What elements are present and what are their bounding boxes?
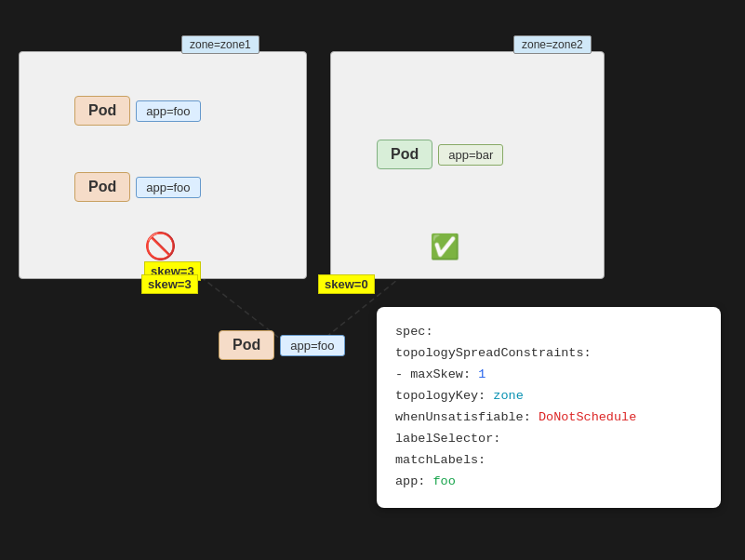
- zone1-skew-label: skew=3: [141, 274, 198, 294]
- code-line6: labelSelector:: [395, 429, 702, 450]
- code-box: spec: topologySpreadConstraints: - maxSk…: [377, 307, 721, 508]
- zone2-pod1-tag: app=bar: [438, 144, 503, 166]
- code-line8: app: foo: [395, 472, 702, 493]
- zone1-pod1: Pod app=foo: [74, 96, 201, 126]
- zone2-pod1-box: Pod: [377, 140, 432, 169]
- code-line5: whenUnsatisfiable: DoNotSchedule: [395, 407, 702, 429]
- code-line7: matchLabels:: [395, 450, 702, 472]
- new-pod-box: Pod: [219, 330, 274, 360]
- no-symbol: 🚫: [144, 231, 177, 261]
- code-line4: topologyKey: zone: [395, 386, 702, 407]
- code-line2: topologySpreadConstraints:: [395, 343, 702, 365]
- zone1-pod1-tag: app=foo: [136, 100, 200, 122]
- zone2-label: zone=zone2: [513, 35, 592, 54]
- zone1-pod1-box: Pod: [74, 96, 130, 126]
- zone1-pod2-tag: app=foo: [136, 177, 200, 198]
- new-pod-tag: app=foo: [280, 335, 344, 356]
- zone1-label: zone=zone1: [181, 35, 259, 54]
- zone2-skew: skew=0: [318, 274, 375, 294]
- zone1-pod2-box: Pod: [74, 172, 130, 202]
- code-line1: spec:: [395, 322, 702, 343]
- zone2-pod1: Pod app=bar: [377, 140, 503, 169]
- check-symbol: ✅: [430, 233, 459, 261]
- new-pod: Pod app=foo: [219, 330, 345, 360]
- code-line3: - maxSkew: 1: [395, 365, 702, 386]
- diagram-area: zone=zone1 Pod app=foo Pod app=foo 🚫 ske…: [0, 0, 745, 560]
- zone1-pod2: Pod app=foo: [74, 172, 201, 202]
